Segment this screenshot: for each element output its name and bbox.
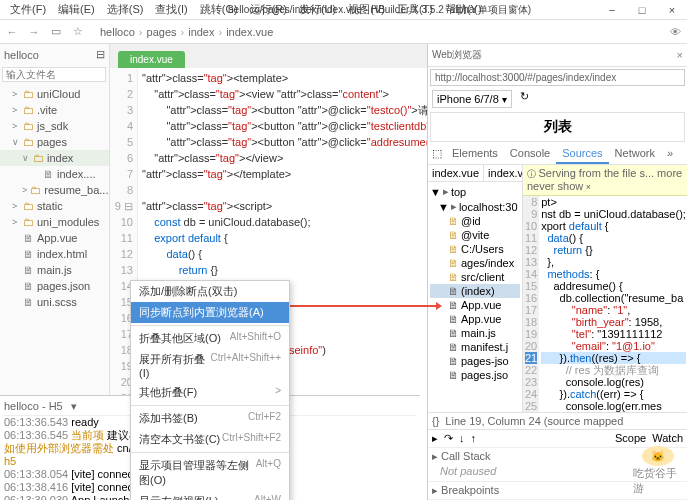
scope-tab[interactable]: Scope: [615, 432, 646, 445]
source-tree-item[interactable]: ▼▸localhost:30: [430, 199, 520, 214]
menu-edit[interactable]: 编辑(E): [52, 2, 101, 17]
context-menu-item[interactable]: 显示项目管理器等左侧图(O)Alt+Q: [131, 455, 289, 491]
pretty-print-icon[interactable]: {}: [432, 415, 439, 427]
editor-tab[interactable]: index.vue: [118, 51, 185, 68]
source-tree-item[interactable]: 🗎pages.jso: [430, 368, 520, 382]
preview-pane: 列表: [430, 112, 685, 142]
tab-network[interactable]: Network: [609, 144, 661, 164]
step-over-icon[interactable]: ↷: [444, 432, 453, 445]
breadcrumb[interactable]: helloco› pages› index› index.vue: [100, 26, 273, 38]
source-tree-item[interactable]: 🗎pages-jso: [430, 354, 520, 368]
device-selector[interactable]: iPhone 6/7/8 ▾: [432, 90, 512, 108]
file-tab-1[interactable]: index.vue: [428, 165, 484, 181]
menu-bar: 文件(F) 编辑(E) 选择(S) 查找(I) 跳转(G) 运行(R) 发行(U…: [0, 0, 687, 20]
source-tree-item[interactable]: 🗎App.vue: [430, 312, 520, 326]
devtools-close-icon[interactable]: ×: [677, 49, 683, 61]
maximize-button[interactable]: □: [627, 0, 657, 20]
collapse-icon[interactable]: ⊟: [96, 48, 105, 61]
watch-tab[interactable]: Watch: [652, 432, 683, 445]
terminal-dropdown-icon[interactable]: ▾: [71, 400, 77, 413]
tree-item[interactable]: >🗀static: [0, 198, 109, 214]
tab-sources[interactable]: Sources: [556, 144, 608, 164]
tree-item[interactable]: >🗀.vite: [0, 102, 109, 118]
devtools-title: Web浏览器: [432, 48, 482, 62]
menu-select[interactable]: 选择(S): [101, 2, 150, 17]
tree-item[interactable]: 🗎main.js: [0, 262, 109, 278]
source-tree-item[interactable]: ▼▸top: [430, 184, 520, 199]
step-out-icon[interactable]: ↑: [471, 432, 477, 445]
url-bar[interactable]: http://localhost:3000/#/pages/index/inde…: [430, 69, 685, 86]
minimize-button[interactable]: −: [597, 0, 627, 20]
source-tree-item[interactable]: 🗎(index): [430, 284, 520, 298]
source-tree-item[interactable]: 🗎src/client: [430, 270, 520, 284]
source-tree-item[interactable]: 🗎main.js: [430, 326, 520, 340]
source-tree-item[interactable]: 🗎manifest.j: [430, 340, 520, 354]
context-menu-item[interactable]: 同步断点到内置浏览器(A): [131, 302, 289, 323]
source-status-bar: {} Line 19, Column 24 (source mapped: [428, 412, 687, 429]
context-menu-item[interactable]: 清空本文书签(C)Ctrl+Shift+F2: [131, 429, 289, 450]
preview-icon[interactable]: 👁: [667, 24, 683, 40]
sources-file-tree: index.vue index.vue ▼▸top▼▸localhost:30🗎…: [428, 165, 523, 412]
context-menu-item[interactable]: 展开所有折叠(I)Ctrl+Alt+Shift++: [131, 349, 289, 382]
source-info-banner: ⓘ Serving from the file s... more never …: [523, 165, 687, 196]
inspect-icon[interactable]: ⬚: [428, 144, 446, 164]
resume-icon[interactable]: ▸: [432, 432, 438, 445]
context-menu-item[interactable]: 折叠其他区域(O)Alt+Shift+O: [131, 328, 289, 349]
refresh-icon[interactable]: ↻: [518, 88, 531, 110]
star-icon[interactable]: ☆: [70, 24, 86, 40]
context-menu-item[interactable]: 添加/删除断点(双击): [131, 281, 289, 302]
context-menu-item[interactable]: 添加书签(B)Ctrl+F2: [131, 408, 289, 429]
menu-find[interactable]: 查找(I): [149, 2, 193, 17]
tree-item[interactable]: >🗀uniCloud: [0, 86, 109, 102]
devtools-panel: Web浏览器 × http://localhost:3000/#/pages/i…: [427, 44, 687, 500]
tree-item[interactable]: ∨🗀pages: [0, 134, 109, 150]
menu-file[interactable]: 文件(F): [4, 2, 52, 17]
terminal-tab[interactable]: helloco - H5: [4, 400, 63, 413]
tree-item[interactable]: 🗎App.vue: [0, 230, 109, 246]
source-tree-item[interactable]: 🗎ages/index: [430, 256, 520, 270]
tab-elements[interactable]: Elements: [446, 144, 504, 164]
source-tree-item[interactable]: 🗎@id: [430, 214, 520, 228]
toolbar: ← → ▭ ☆ helloco› pages› index› index.vue…: [0, 20, 687, 44]
tab-console[interactable]: Console: [504, 144, 556, 164]
forward-icon[interactable]: →: [26, 24, 42, 40]
crumb-pages[interactable]: pages: [147, 26, 177, 38]
tree-item[interactable]: >🗀uni_modules: [0, 214, 109, 230]
tree-item[interactable]: 🗎pages.json: [0, 278, 109, 294]
close-button[interactable]: ×: [657, 0, 687, 20]
tree-item[interactable]: 🗎index.html: [0, 246, 109, 262]
source-viewer: ⓘ Serving from the file s... more never …: [523, 165, 687, 412]
window-title: helloco/pages/index/index.vue - HBuilder…: [222, 3, 537, 17]
crumb-project[interactable]: helloco: [100, 26, 135, 38]
file-tab-2[interactable]: index.vue: [484, 165, 523, 181]
crumb-file[interactable]: index.vue: [226, 26, 273, 38]
tree-item[interactable]: ∨🗀index: [0, 150, 109, 166]
layout-icon[interactable]: ▭: [48, 24, 64, 40]
tree-item[interactable]: >🗀resume_ba...: [0, 182, 109, 198]
context-menu-item[interactable]: 其他折叠(F)>: [131, 382, 289, 403]
watermark-badge: 🐱 吃货谷手游: [633, 446, 683, 496]
back-icon[interactable]: ←: [4, 24, 20, 40]
tree-item[interactable]: 🗎uni.scss: [0, 294, 109, 310]
tree-item[interactable]: >🗀js_sdk: [0, 118, 109, 134]
tab-more-icon[interactable]: »: [661, 144, 679, 164]
context-menu: 添加/删除断点(双击)同步断点到内置浏览器(A)折叠其他区域(O)Alt+Shi…: [130, 280, 290, 500]
context-menu-item[interactable]: 显示左侧视图(L)Alt+W: [131, 491, 289, 500]
tree-item[interactable]: 🗎index....: [0, 166, 109, 182]
source-tree-item[interactable]: 🗎@vite: [430, 228, 520, 242]
crumb-index[interactable]: index: [188, 26, 214, 38]
file-filter-input[interactable]: [2, 67, 106, 82]
source-tree-item[interactable]: 🗎C:/Users: [430, 242, 520, 256]
annotation-arrow: [290, 305, 440, 307]
step-into-icon[interactable]: ↓: [459, 432, 465, 445]
project-name[interactable]: helloco: [4, 49, 39, 61]
